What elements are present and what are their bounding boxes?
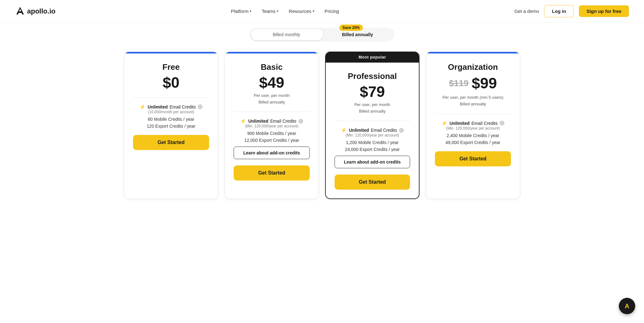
billing-line2: Billed annually xyxy=(359,109,386,114)
plan-price-professional: $79 xyxy=(335,84,410,100)
info-icon[interactable]: i xyxy=(500,121,504,125)
billing-line1: Per user, per month xyxy=(354,102,390,107)
navbar: apollo.io Platform ▾ Teams ▾ Resources ▾… xyxy=(0,0,644,23)
plan-price-basic: $49 xyxy=(234,75,310,91)
nav-teams-label: Teams xyxy=(262,8,275,14)
email-sub: (Min. 120,000/year per account) xyxy=(446,126,500,131)
logo[interactable]: apollo.io xyxy=(15,6,55,16)
mobile-credits: 900 Mobile Credits / year xyxy=(234,131,310,136)
learn-addons-basic[interactable]: Learn about add-on credits xyxy=(234,147,310,159)
nav-item-pricing[interactable]: Pricing xyxy=(325,8,339,14)
plan-organization: Organization $119 $99 Per user, per mont… xyxy=(426,52,520,199)
plan-price-old-org: $119 xyxy=(449,78,469,88)
email-sub: (Min. 120,000/year per account) xyxy=(245,124,298,128)
learn-addons-professional[interactable]: Learn about add-on credits xyxy=(335,156,410,168)
nav-item-teams[interactable]: Teams ▾ xyxy=(262,8,279,14)
get-started-basic[interactable]: Get Started xyxy=(234,165,310,181)
plan-basic: Basic $49 Per user, per month Billed ann… xyxy=(225,52,319,199)
nav-platform-label: Platform xyxy=(231,8,248,14)
email-bold: Unlimited xyxy=(449,121,469,126)
billing-toggle-area: Billed monthly Billed annually Save 20% xyxy=(0,23,644,42)
nav-item-platform[interactable]: Platform ▾ xyxy=(231,8,252,14)
plan-name-free: Free xyxy=(133,62,209,72)
email-text: Email Credits xyxy=(371,128,397,133)
plan-free: Free $0 ⚡ Unlimited Email Credits i (10,… xyxy=(124,52,218,199)
lightning-icon: ⚡ xyxy=(140,104,146,110)
pricing-section: Free $0 ⚡ Unlimited Email Credits i (10,… xyxy=(0,42,644,218)
lightning-icon: ⚡ xyxy=(341,127,347,133)
divider xyxy=(335,121,410,121)
info-icon[interactable]: i xyxy=(298,119,303,124)
divider xyxy=(133,97,209,98)
lightning-icon: ⚡ xyxy=(441,120,447,126)
plan-price-row-org: $119 $99 xyxy=(435,75,511,92)
nav-links: Platform ▾ Teams ▾ Resources ▾ Pricing xyxy=(231,8,339,14)
logo-text: apollo.io xyxy=(27,7,55,15)
toggle-annually[interactable]: Billed annually xyxy=(322,30,393,40)
plan-billing-org: Per user, per month (min 5 users) Billed… xyxy=(435,94,511,108)
plan-name-professional: Professional xyxy=(335,71,410,81)
get-started-professional[interactable]: Get Started xyxy=(335,175,410,190)
most-popular-header: Most popular xyxy=(326,52,419,63)
export-credits: 120 Export Credits / year xyxy=(133,124,209,129)
plan-professional: Most popular Professional $79 Per user, … xyxy=(325,52,419,199)
signup-button[interactable]: Sign up for free xyxy=(579,5,629,17)
info-icon[interactable]: i xyxy=(198,104,203,109)
email-bold: Unlimited xyxy=(349,128,369,133)
billing-line2: Billed annually xyxy=(258,100,285,104)
login-button[interactable]: Log in xyxy=(544,5,574,17)
plan-price-free: $0 xyxy=(133,75,209,91)
plan-billing-basic: Per user, per month Billed annually xyxy=(234,92,310,106)
info-icon[interactable]: i xyxy=(399,128,404,133)
email-bold: Unlimited xyxy=(248,119,268,124)
logo-icon xyxy=(15,6,25,16)
mobile-credits: 1,200 Mobile Credits / year xyxy=(335,140,410,145)
email-text: Email Credits xyxy=(471,121,497,126)
divider xyxy=(435,114,511,114)
plan-name-organization: Organization xyxy=(435,62,511,72)
get-started-free[interactable]: Get Started xyxy=(133,135,209,150)
chevron-down-icon: ▾ xyxy=(250,9,252,13)
nav-actions: Get a demo Log in Sign up for free xyxy=(514,5,629,17)
export-credits: 24,000 Export Credits / year xyxy=(335,147,410,152)
nav-pricing-label: Pricing xyxy=(325,8,339,14)
nav-resources-label: Resources xyxy=(289,8,311,14)
email-text: Email Credits xyxy=(270,119,296,124)
export-credits: 12,000 Export Credits / year xyxy=(234,138,310,143)
email-credits-row: ⚡ Unlimited Email Credits i (10,000/mont… xyxy=(133,104,209,114)
get-demo-link[interactable]: Get a demo xyxy=(514,8,539,14)
billing-toggle[interactable]: Billed monthly Billed annually Save 20% xyxy=(250,28,394,42)
toggle-monthly[interactable]: Billed monthly xyxy=(251,30,322,40)
chevron-down-icon: ▾ xyxy=(313,9,314,13)
email-credits-row: ⚡ Unlimited Email Credits i (Min. 120,00… xyxy=(435,120,511,131)
mobile-credits: 60 Mobile Credits / year xyxy=(133,117,209,122)
lightning-icon: ⚡ xyxy=(240,118,246,124)
divider xyxy=(234,112,310,112)
email-label-bold: Unlimited xyxy=(147,104,168,109)
plan-price-new-org: $99 xyxy=(472,75,497,92)
billing-line1: Per user, per month (min 5 users) xyxy=(442,95,503,100)
email-sub: (10,000/month per account) xyxy=(148,110,194,114)
email-label-text: Email Credits xyxy=(169,104,196,109)
export-credits: 48,000 Export Credits / year xyxy=(435,140,511,145)
get-started-organization[interactable]: Get Started xyxy=(435,151,511,166)
plan-name-basic: Basic xyxy=(234,62,310,72)
billing-line2: Billed annually xyxy=(460,102,486,106)
nav-item-resources[interactable]: Resources ▾ xyxy=(289,8,314,14)
plan-billing-professional: Per user, per month Billed annually xyxy=(335,102,410,115)
billing-line1: Per user, per month xyxy=(254,93,290,98)
email-credits-row: ⚡ Unlimited Email Credits i (Min. 120,00… xyxy=(234,118,310,128)
mobile-credits: 2,400 Mobile Credits / year xyxy=(435,133,511,138)
email-sub: (Min. 120,000/year per account) xyxy=(346,133,399,137)
chevron-down-icon: ▾ xyxy=(277,9,279,13)
email-credits-row: ⚡ Unlimited Email Credits i (Min. 120,00… xyxy=(335,127,410,137)
